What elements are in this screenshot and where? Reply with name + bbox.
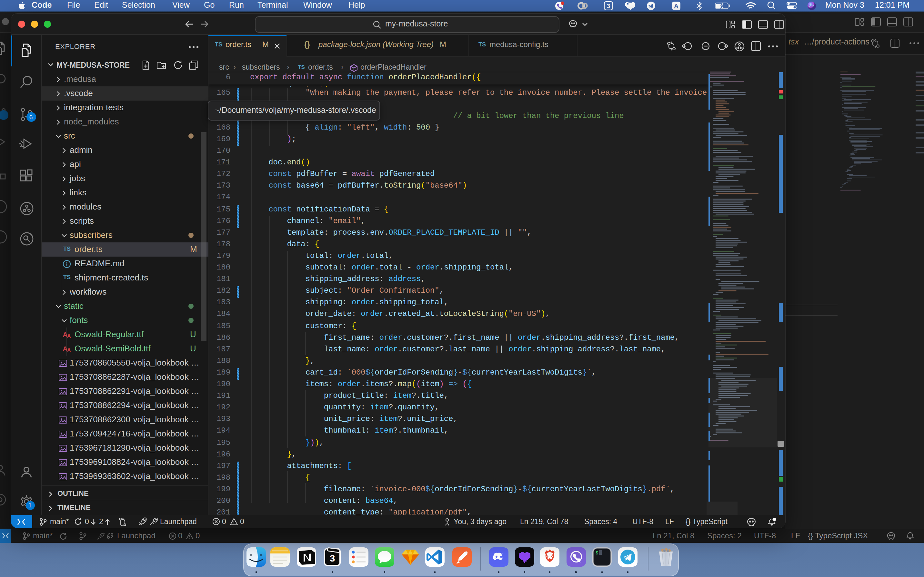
svg-text:$: $ [596, 550, 598, 555]
svg-text:A: A [674, 2, 678, 9]
svg-text:3: 3 [607, 3, 610, 9]
svg-text:3: 3 [330, 553, 335, 563]
